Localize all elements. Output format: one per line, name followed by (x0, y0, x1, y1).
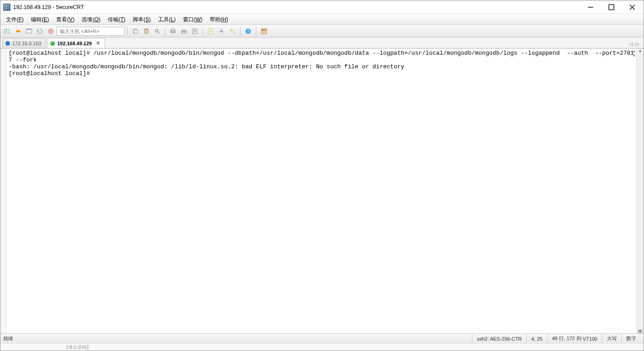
status-cipher: ssh2: AES-256-CTR (472, 334, 526, 343)
reconnect-icon[interactable] (35, 26, 45, 36)
status-caps: 大写 (602, 334, 621, 343)
scroll-up-icon[interactable]: ▲ (637, 49, 644, 53)
find-icon[interactable] (152, 26, 162, 36)
svg-rect-6 (135, 30, 138, 33)
tab-session-1[interactable]: 192.168.49.129 ✕ (47, 38, 105, 48)
status-size: 48 行, 172 列 (552, 335, 582, 342)
svg-point-9 (155, 29, 158, 32)
menu-window[interactable]: 窗口(W) (179, 15, 206, 24)
background-strip: 【发文说明】 (0, 343, 644, 351)
status-dot-icon (5, 41, 10, 46)
quickconnect-icon[interactable] (13, 26, 23, 36)
scrollbar[interactable]: ▲ ▼ (636, 49, 644, 333)
menu-transfer[interactable]: 传输(T) (104, 15, 129, 24)
menu-edit[interactable]: 编辑(E) (27, 15, 53, 24)
new-session-icon[interactable] (206, 26, 216, 36)
properties-icon[interactable] (190, 26, 200, 36)
tab-next-icon[interactable]: ▷ (635, 41, 639, 47)
status-cursor: 4, 25 (526, 334, 547, 343)
status-num: 数字 (621, 334, 641, 343)
left-gutter (0, 49, 7, 333)
connect-icon[interactable] (2, 26, 12, 36)
host-input[interactable] (57, 27, 125, 36)
app-icon-small[interactable] (259, 26, 269, 36)
tab-prev-icon[interactable]: ◁ (629, 41, 633, 47)
window-title: 192.168.49.129 - SecureCRT (13, 4, 580, 10)
tab-session-0[interactable]: 172.16.0.103 (2, 38, 46, 48)
wrap-indicator-icon: ▴▾ (633, 49, 635, 58)
disconnect-icon[interactable] (46, 26, 56, 36)
tab-bar: 172.16.0.103 192.168.49.129 ✕ ◁ ▷ (0, 38, 644, 48)
menu-view[interactable]: 查看(V) (53, 15, 78, 24)
svg-point-17 (231, 29, 232, 31)
menu-help[interactable]: 帮助(H) (206, 15, 232, 24)
tab-close-icon[interactable]: ✕ (96, 40, 100, 46)
close-button[interactable] (622, 1, 643, 14)
background-strip-text: 【发文说明】 (64, 344, 91, 351)
menu-bar: 文件(F) 编辑(E) 查看(V) 选项(O) 传输(T) 脚本(S) 工具(L… (0, 14, 644, 25)
app-icon (3, 4, 10, 11)
toolbar: ? (0, 25, 644, 38)
status-ready: 就绪 (3, 335, 13, 342)
svg-text:?: ? (247, 29, 249, 33)
print-icon[interactable] (168, 26, 178, 36)
session-icon[interactable] (24, 26, 34, 36)
copy-icon[interactable] (130, 26, 140, 36)
status-bar: 就绪 ssh2: AES-256-CTR 4, 25 48 行, 172 列 V… (0, 333, 644, 343)
key-icon[interactable] (227, 26, 237, 36)
svg-point-16 (221, 30, 222, 32)
toolbar-separator (127, 27, 128, 36)
toolbar-separator (165, 27, 165, 36)
svg-rect-8 (145, 28, 147, 29)
svg-rect-3 (26, 29, 32, 30)
toolbar-separator (240, 27, 240, 36)
print-screen-icon[interactable] (179, 26, 189, 36)
toolbar-separator (256, 27, 256, 36)
terminal-area: [root@localhost local]# /usr/local/mongo… (0, 48, 644, 333)
settings-icon[interactable] (216, 26, 226, 36)
svg-rect-7 (144, 29, 148, 33)
window-controls (580, 1, 643, 14)
svg-rect-21 (262, 29, 264, 31)
tab-label: 192.168.49.129 (57, 41, 91, 46)
terminal-output[interactable]: [root@localhost local]# /usr/local/mongo… (7, 49, 636, 333)
svg-rect-22 (264, 29, 266, 31)
tab-nav: ◁ ▷ (629, 41, 642, 48)
help-icon[interactable]: ? (243, 26, 253, 36)
tab-label: 172.16.0.103 (12, 41, 41, 46)
status-ok-icon (50, 41, 55, 46)
scroll-down-icon[interactable]: ▼ (637, 329, 644, 333)
svg-rect-11 (172, 29, 174, 31)
menu-script[interactable]: 脚本(S) (129, 15, 154, 24)
svg-rect-0 (609, 5, 614, 9)
title-bar: 192.168.49.129 - SecureCRT (0, 0, 644, 14)
minimize-button[interactable] (580, 1, 601, 14)
svg-rect-20 (261, 28, 267, 34)
menu-file[interactable]: 文件(F) (2, 15, 27, 24)
maximize-button[interactable] (601, 1, 622, 14)
menu-options[interactable]: 选项(O) (78, 15, 104, 24)
status-emulation: VT100 (583, 336, 597, 342)
menu-tools[interactable]: 工具(L) (154, 15, 179, 24)
toolbar-separator (202, 27, 203, 36)
svg-rect-13 (183, 32, 185, 33)
paste-icon[interactable] (141, 26, 151, 36)
